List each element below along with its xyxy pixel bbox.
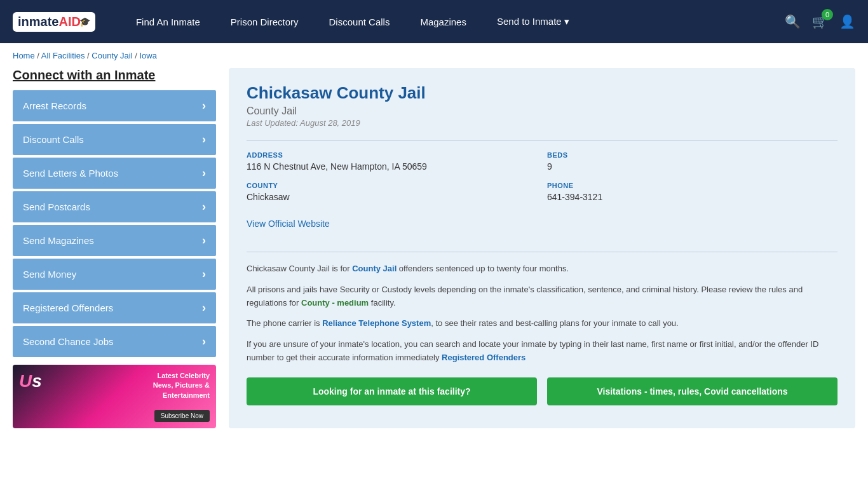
sidebar-arrow-icon: › [202,200,206,214]
breadcrumb-home[interactable]: Home [13,51,35,60]
address-label: ADDRESS [247,151,537,159]
main-content: Connect with an Inmate Arrest Records › … [0,68,868,447]
phone-block: PHONE 641-394-3121 [547,182,837,202]
facility-detail: Chickasaw County Jail County Jail Last U… [229,68,855,428]
nav-discount-calls[interactable]: Discount Calls [314,0,405,43]
address-block: ADDRESS 116 N Chestnut Ave, New Hampton,… [247,151,537,172]
breadcrumb-state[interactable]: Iowa [139,51,156,60]
phone-label: PHONE [547,182,837,189]
facility-name: Chickasaw County Jail [247,83,837,103]
action-buttons: Looking for an inmate at this facility? … [247,377,837,405]
nav-links: Find An Inmate Prison Directory Discount… [121,0,785,43]
facility-info-grid: ADDRESS 116 N Chestnut Ave, New Hampton,… [247,140,837,212]
reliance-telephone-link[interactable]: Reliance Telephone System [322,318,431,328]
sidebar-item-registered-offenders[interactable]: Registered Offenders › [13,292,216,323]
county-medium-link[interactable]: County - medium [301,298,369,308]
nav-right-icons: 🔍 🛒 0 👤 [785,14,855,29]
sidebar-title: Connect with an Inmate [13,68,216,83]
sidebar-item-arrest-records[interactable]: Arrest Records › [13,90,216,121]
logo-container[interactable]: inmate AID 🎓 [13,12,95,32]
sidebar-item-label: Arrest Records [23,100,86,111]
beds-label: BEDS [547,151,837,159]
facility-type: County Jail [247,105,837,117]
sidebar: Connect with an Inmate Arrest Records › … [13,68,216,428]
registered-offenders-link[interactable]: Registered Offenders [442,353,526,362]
sidebar-arrow-icon: › [202,133,206,146]
logo-text: inmate [18,15,58,29]
nav-magazines[interactable]: Magazines [405,0,482,43]
county-label: COUNTY [247,182,537,189]
sidebar-item-label: Registered Offenders [23,302,113,313]
nav-find-an-inmate[interactable]: Find An Inmate [121,0,215,43]
logo-aid: AID [58,15,80,29]
desc-para-2: All prisons and jails have Security or C… [247,283,837,310]
ad-tagline: Latest CelebrityNews, Pictures &Entertai… [153,371,210,400]
looking-for-inmate-button[interactable]: Looking for an inmate at this facility? [247,377,537,405]
desc-para-3: The phone carrier is Reliance Telephone … [247,317,837,330]
address-value: 116 N Chestnut Ave, New Hampton, IA 5065… [247,161,537,172]
sidebar-item-label: Second Chance Jobs [23,336,114,347]
sidebar-item-send-magazines[interactable]: Send Magazines › [13,225,216,256]
breadcrumb-all-facilities[interactable]: All Facilities [41,51,85,60]
sidebar-arrow-icon: › [202,99,206,112]
desc-para-4: If you are unsure of your inmate's locat… [247,338,837,365]
sidebar-item-label: Send Postcards [23,201,90,212]
sidebar-item-send-money[interactable]: Send Money › [13,259,216,290]
sidebar-item-label: Discount Calls [23,134,84,145]
county-block: COUNTY Chickasaw [247,182,537,202]
sidebar-arrow-icon: › [202,268,206,281]
phone-value: 641-394-3121 [547,192,837,202]
breadcrumb-county-jail[interactable]: County Jail [92,51,132,60]
county-jail-link[interactable]: County Jail [352,264,397,273]
user-icon[interactable]: 👤 [839,14,855,29]
visitations-button[interactable]: Visitations - times, rules, Covid cancel… [547,377,837,405]
sidebar-item-send-letters[interactable]: Send Letters & Photos › [13,158,216,189]
cart-icon[interactable]: 🛒 0 [812,14,828,29]
breadcrumb: Home / All Facilities / County Jail / Io… [0,43,868,68]
facility-description: Chickasaw County Jail is for County Jail… [247,252,837,365]
sidebar-item-send-postcards[interactable]: Send Postcards › [13,191,216,222]
facility-last-updated: Last Updated: August 28, 2019 [247,118,837,128]
desc-para-1: Chickasaw County Jail is for County Jail… [247,262,837,276]
ad-subscribe-button[interactable]: Subscribe Now [154,410,210,422]
sidebar-item-label: Send Letters & Photos [23,168,118,179]
search-icon[interactable]: 🔍 [785,14,801,29]
logo-hat-icon: 🎓 [79,17,90,27]
cart-badge: 0 [822,9,833,20]
beds-block: BEDS 9 [547,151,837,172]
nav-prison-directory[interactable]: Prison Directory [215,0,314,43]
sidebar-item-discount-calls[interactable]: Discount Calls › [13,124,216,155]
sidebar-advertisement[interactable]: Us Latest CelebrityNews, Pictures &Enter… [13,365,216,428]
sidebar-item-second-chance-jobs[interactable]: Second Chance Jobs › [13,326,216,357]
navbar: inmate AID 🎓 Find An Inmate Prison Direc… [0,0,868,43]
sidebar-arrow-icon: › [202,301,206,315]
official-website-link[interactable]: View Official Website [247,219,330,229]
sidebar-arrow-icon: › [202,166,206,180]
county-value: Chickasaw [247,192,537,202]
sidebar-item-label: Send Money [23,269,76,280]
ad-logo: Us [19,371,42,391]
nav-send-to-inmate[interactable]: Send to Inmate ▾ [482,0,585,43]
logo-box: inmate AID 🎓 [13,12,95,32]
sidebar-arrow-icon: › [202,234,206,247]
beds-value: 9 [547,161,837,172]
sidebar-arrow-icon: › [202,335,206,348]
sidebar-item-label: Send Magazines [23,235,94,246]
